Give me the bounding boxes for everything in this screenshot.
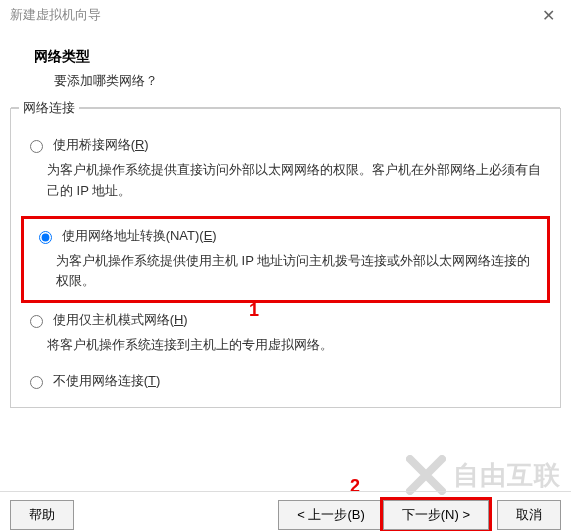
watermark-text: 自由互联 [453, 458, 561, 493]
wizard-footer: 帮助 < 上一步(B) 下一步(N) > 取消 [0, 491, 571, 531]
cancel-button[interactable]: 取消 [497, 500, 561, 530]
radio-hostonly-label: 使用仅主机模式网络(H) [53, 312, 188, 327]
group-legend: 网络连接 [19, 99, 79, 117]
radio-option-bridged[interactable]: 使用桥接网络(R) [21, 134, 550, 156]
window-title: 新建虚拟机向导 [10, 6, 101, 24]
radio-none[interactable] [30, 376, 43, 389]
back-button[interactable]: < 上一步(B) [278, 500, 384, 530]
radio-bridged-label: 使用桥接网络(R) [53, 137, 149, 152]
page-subtitle: 要添加哪类网络？ [34, 72, 541, 90]
radio-none-label: 不使用网络连接(T) [53, 373, 161, 388]
highlight-box-nat: 使用网络地址转换(NAT)(E) 为客户机操作系统提供使用主机 IP 地址访问主… [21, 216, 550, 304]
radio-nat[interactable] [39, 231, 52, 244]
radio-bridged[interactable] [30, 140, 43, 153]
nav-button-group: < 上一步(B) 下一步(N) > [279, 500, 489, 530]
help-button[interactable]: 帮助 [10, 500, 74, 530]
radio-hostonly[interactable] [30, 315, 43, 328]
watermark-x-icon [406, 455, 446, 495]
annotation-1: 1 [249, 300, 259, 321]
radio-option-none[interactable]: 不使用网络连接(T) [21, 370, 550, 392]
radio-hostonly-desc: 将客户机操作系统连接到主机上的专用虚拟网络。 [47, 335, 550, 356]
radio-bridged-desc: 为客户机操作系统提供直接访问外部以太网网络的权限。客户机在外部网络上必须有自己的… [47, 160, 550, 202]
wizard-header: 网络类型 要添加哪类网络？ [0, 30, 571, 108]
radio-nat-label: 使用网络地址转换(NAT)(E) [62, 228, 217, 243]
page-title: 网络类型 [34, 48, 541, 66]
radio-option-hostonly[interactable]: 使用仅主机模式网络(H) [21, 309, 550, 331]
network-connection-group: 网络连接 使用桥接网络(R) 为客户机操作系统提供直接访问外部以太网网络的权限。… [10, 108, 561, 408]
close-icon[interactable]: ✕ [536, 6, 561, 25]
radio-nat-desc: 为客户机操作系统提供使用主机 IP 地址访问主机拨号连接或外部以太网网络连接的权… [56, 251, 541, 293]
titlebar: 新建虚拟机向导 ✕ [0, 0, 571, 30]
radio-option-nat[interactable]: 使用网络地址转换(NAT)(E) [30, 225, 541, 247]
next-button[interactable]: 下一步(N) > [383, 500, 489, 530]
